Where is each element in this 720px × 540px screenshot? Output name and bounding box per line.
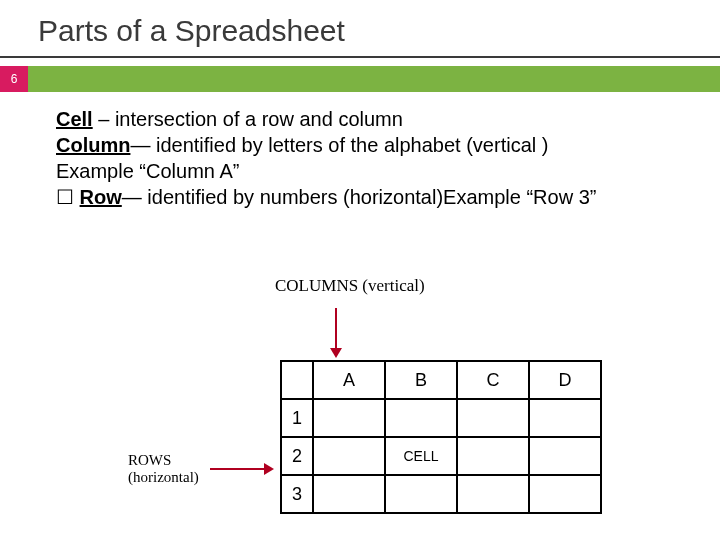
column-rest: — identified by letters of the alphabet … <box>130 134 548 156</box>
grid-cell <box>385 475 457 513</box>
grid-cell <box>529 475 601 513</box>
table-row: 3 <box>281 475 601 513</box>
header-bar: 6 <box>0 66 720 92</box>
row-rest: — identified by numbers (horizontal)Exam… <box>122 186 597 208</box>
grid-cell <box>313 399 385 437</box>
grid-cell <box>457 437 529 475</box>
checkbox-icon: ☐ <box>56 186 80 208</box>
grid-cell <box>529 399 601 437</box>
row-definition: ☐ Row— identified by numbers (horizontal… <box>56 184 680 210</box>
cell-definition: Cell – intersection of a row and column <box>56 106 680 132</box>
col-header: C <box>457 361 529 399</box>
page-number-badge: 6 <box>0 66 28 92</box>
row-header: 2 <box>281 437 313 475</box>
rows-label: ROWS (horizontal) <box>128 452 199 485</box>
body-text: Cell – intersection of a row and column … <box>0 92 720 210</box>
arrow-down-icon <box>335 308 337 356</box>
rows-label-line2: (horizontal) <box>128 469 199 485</box>
table-row: A B C D <box>281 361 601 399</box>
corner-cell <box>281 361 313 399</box>
grid-cell <box>313 475 385 513</box>
diagram: COLUMNS (vertical) A B C D 1 2 CELL 3 <box>0 290 720 530</box>
column-definition: Column— identified by letters of the alp… <box>56 132 680 158</box>
col-header: A <box>313 361 385 399</box>
cell-term: Cell <box>56 108 93 130</box>
col-header: D <box>529 361 601 399</box>
accent-bar <box>28 66 720 92</box>
arrow-right-icon <box>210 468 272 470</box>
title-underline <box>0 56 720 58</box>
grid-cell <box>457 475 529 513</box>
table-row: 1 <box>281 399 601 437</box>
row-header: 3 <box>281 475 313 513</box>
grid-cell <box>313 437 385 475</box>
grid-cell <box>385 399 457 437</box>
table-row: 2 CELL <box>281 437 601 475</box>
row-header: 1 <box>281 399 313 437</box>
column-term: Column <box>56 134 130 156</box>
slide-title: Parts of a Spreadsheet <box>0 0 720 56</box>
cell-rest: – intersection of a row and column <box>93 108 403 130</box>
row-term: Row <box>80 186 122 208</box>
column-example: Example “Column A” <box>56 158 680 184</box>
columns-label: COLUMNS (vertical) <box>275 276 425 296</box>
rows-label-line1: ROWS <box>128 452 171 468</box>
grid-cell <box>457 399 529 437</box>
highlighted-cell: CELL <box>385 437 457 475</box>
spreadsheet-grid: A B C D 1 2 CELL 3 <box>280 360 602 514</box>
grid-cell <box>529 437 601 475</box>
col-header: B <box>385 361 457 399</box>
